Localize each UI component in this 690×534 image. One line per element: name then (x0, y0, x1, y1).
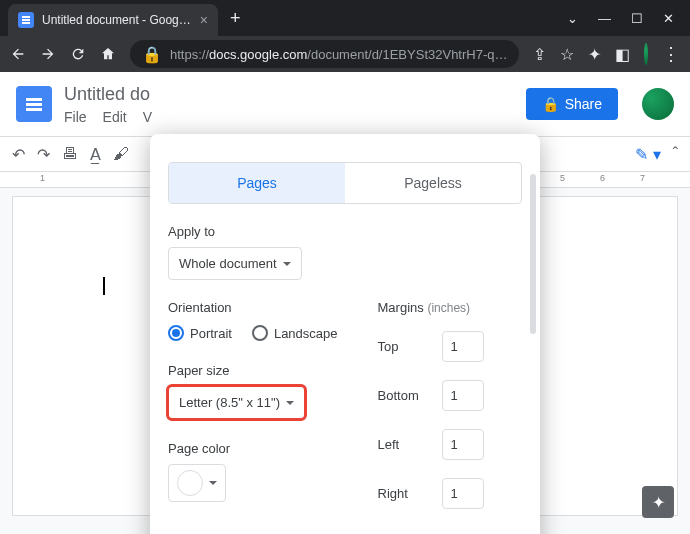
apply-to-select[interactable]: Whole document (168, 247, 302, 280)
lock-icon: 🔒 (542, 96, 559, 112)
spellcheck-icon[interactable]: A̲ (90, 145, 101, 164)
margin-left-label: Left (378, 437, 432, 452)
forward-button[interactable] (40, 46, 56, 62)
radio-landscape-label: Landscape (274, 326, 338, 341)
explore-button[interactable]: ✦ (642, 486, 674, 518)
account-avatar[interactable] (642, 88, 674, 120)
ruler-mark: 5 (560, 173, 565, 183)
window-close-icon[interactable]: ✕ (663, 11, 674, 26)
tab-pages[interactable]: Pages (169, 163, 345, 203)
docs-header: Untitled do File Edit V 🔒 Share (0, 72, 690, 136)
docs-logo-icon[interactable] (16, 86, 52, 122)
window-dropdown-icon[interactable]: ⌄ (567, 11, 578, 26)
margin-top-input[interactable] (442, 331, 484, 362)
margin-right-label: Right (378, 486, 432, 501)
radio-portrait[interactable]: Portrait (168, 325, 232, 341)
print-icon[interactable]: 🖶 (62, 145, 78, 163)
browser-toolbar: 🔒 https://docs.google.com/document/d/1EB… (0, 36, 690, 72)
address-bar[interactable]: 🔒 https://docs.google.com/document/d/1EB… (130, 40, 519, 68)
margin-bottom-label: Bottom (378, 388, 432, 403)
profile-avatar[interactable] (644, 43, 648, 65)
url-text: https://docs.google.com/document/d/1EBYS… (170, 47, 507, 62)
paper-size-label: Paper size (168, 363, 338, 378)
sidepanel-icon[interactable]: ◧ (615, 45, 630, 64)
paint-format-icon[interactable]: 🖌 (113, 145, 129, 163)
text-cursor (103, 277, 105, 295)
editing-mode-icon[interactable]: ✎ ▾ (635, 145, 660, 164)
paper-size-select[interactable]: Letter (8.5" x 11") (168, 386, 305, 419)
dialog-tabs: Pages Pageless (168, 162, 522, 204)
radio-landscape[interactable]: Landscape (252, 325, 338, 341)
extensions-icon[interactable]: ✦ (588, 45, 601, 64)
bookmark-icon[interactable]: ☆ (560, 45, 574, 64)
browser-tab[interactable]: Untitled document - Google Do… × (8, 4, 218, 36)
new-tab-button[interactable]: + (230, 8, 241, 29)
collapse-toolbar-icon[interactable]: ˆ (673, 145, 678, 163)
share-url-icon[interactable]: ⇪ (533, 45, 546, 64)
ruler-mark: 6 (600, 173, 605, 183)
window-maximize-icon[interactable]: ☐ (631, 11, 643, 26)
docs-menubar: File Edit V (64, 109, 152, 125)
orientation-label: Orientation (168, 300, 338, 315)
paper-size-value: Letter (8.5" x 11") (179, 395, 280, 410)
page-setup-dialog: Pages Pageless Apply to Whole document O… (150, 134, 540, 534)
caret-down-icon (283, 262, 291, 266)
apply-to-label: Apply to (168, 224, 522, 239)
docs-favicon (18, 12, 34, 28)
page-color-select[interactable] (168, 464, 226, 502)
browser-titlebar: Untitled document - Google Do… × + ⌄ — ☐… (0, 0, 690, 36)
margin-top-label: Top (378, 339, 432, 354)
reload-button[interactable] (70, 46, 86, 62)
margin-bottom-input[interactable] (442, 380, 484, 411)
docs-app: Untitled do File Edit V 🔒 Share ↶ ↷ 🖶 A̲… (0, 72, 690, 534)
back-button[interactable] (10, 46, 26, 62)
lock-icon: 🔒 (142, 45, 162, 64)
dialog-scrollbar[interactable] (530, 174, 536, 334)
home-button[interactable] (100, 46, 116, 62)
caret-down-icon (209, 481, 217, 485)
window-controls: ⌄ — ☐ ✕ (567, 11, 690, 26)
redo-icon[interactable]: ↷ (37, 145, 50, 164)
menu-view[interactable]: V (143, 109, 152, 125)
radio-checked-icon (168, 325, 184, 341)
radio-portrait-label: Portrait (190, 326, 232, 341)
menu-file[interactable]: File (64, 109, 87, 125)
apply-to-value: Whole document (179, 256, 277, 271)
menu-edit[interactable]: Edit (103, 109, 127, 125)
window-minimize-icon[interactable]: — (598, 11, 611, 26)
undo-icon[interactable]: ↶ (12, 145, 25, 164)
page-color-label: Page color (168, 441, 338, 456)
margin-left-input[interactable] (442, 429, 484, 460)
radio-unchecked-icon (252, 325, 268, 341)
ruler-mark: 1 (40, 173, 45, 183)
margins-label: Margins (inches) (378, 300, 522, 315)
caret-down-icon (286, 401, 294, 405)
margin-right-input[interactable] (442, 478, 484, 509)
share-label: Share (565, 96, 602, 112)
tab-pageless[interactable]: Pageless (345, 163, 521, 203)
color-swatch-icon (177, 470, 203, 496)
tab-close-icon[interactable]: × (200, 12, 208, 28)
document-title[interactable]: Untitled do (64, 84, 152, 105)
tab-title: Untitled document - Google Do… (42, 13, 192, 27)
ruler-mark: 7 (640, 173, 645, 183)
share-button[interactable]: 🔒 Share (526, 88, 618, 120)
browser-menu-icon[interactable]: ⋮ (662, 43, 680, 65)
